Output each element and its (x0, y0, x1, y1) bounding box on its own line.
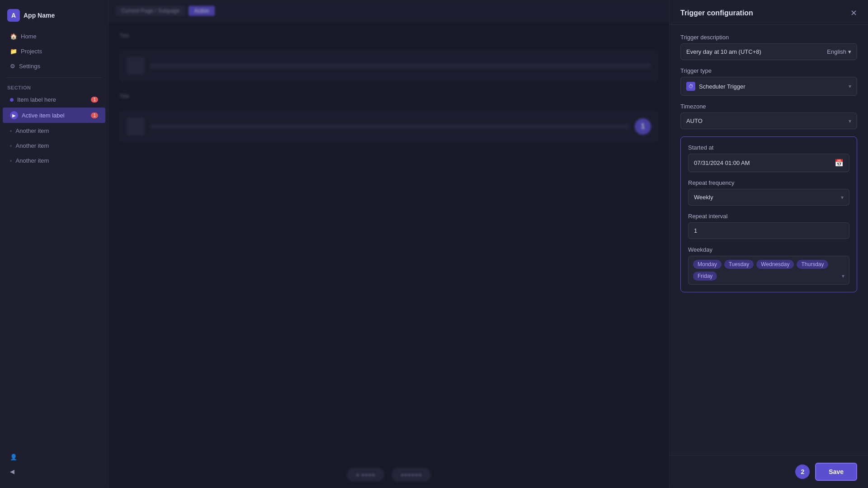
trigger-description-value: Every day at 10 am (UTC+8) (686, 48, 761, 55)
weekday-tag-friday: Friday (693, 272, 717, 281)
repeat-frequency-group: Repeat frequency Weekly ▾ (688, 179, 849, 206)
panel-header: Trigger configuration ✕ (670, 0, 868, 25)
timezone-chevron-icon: ▾ (849, 118, 851, 124)
repeat-interval-input[interactable] (688, 222, 849, 239)
bottom-pill-1[interactable]: ● ●●●● (347, 468, 384, 482)
home-icon: 🏠 (10, 33, 17, 40)
item-icon: ◦ (10, 127, 12, 134)
panel-title: Trigger configuration (680, 9, 753, 17)
save-button[interactable]: Save (815, 463, 857, 481)
sidebar-item-2[interactable]: ▶ Active item label 1 (3, 108, 105, 123)
timezone-group: Timezone AUTO ▾ (680, 103, 857, 129)
breadcrumb-btn[interactable]: Current Page / Subpage (116, 6, 185, 16)
sidebar-collapse[interactable]: ◀ (3, 465, 105, 479)
sidebar-bottom: 👤 ◀ (0, 446, 108, 483)
trigger-panel: Trigger configuration ✕ Trigger descript… (669, 0, 868, 488)
repeat-interval-group: Repeat interval (688, 213, 849, 239)
timezone-label: Timezone (680, 103, 857, 110)
sidebar-item-5[interactable]: ◦ Another item (3, 154, 105, 168)
sidebar-item-label: Another item (16, 142, 49, 149)
calendar-icon: 📅 (835, 159, 844, 167)
card-text-2 (150, 124, 629, 129)
started-at-group: Started at 07/31/2024 01:00 AM 📅 (688, 144, 849, 172)
panel-footer: 2 Save (670, 455, 868, 488)
sidebar-item-home[interactable]: 🏠 Home (3, 29, 105, 43)
weekday-group: Weekday Monday Tuesday Wednesday Thursda… (688, 246, 849, 285)
content-section-1: Title (119, 33, 658, 39)
sidebar-profile[interactable]: 👤 (3, 450, 105, 464)
repeat-frequency-chevron-icon: ▾ (841, 194, 844, 201)
sidebar-header: A App Name (0, 5, 108, 29)
trigger-type-value: Scheduler Trigger (699, 83, 745, 90)
sidebar-item-label: Active item label (22, 112, 65, 119)
trigger-description-group: Trigger description Every day at 10 am (… (680, 34, 857, 60)
sidebar-section-label: SECTION (0, 81, 108, 92)
started-at-section: Started at 07/31/2024 01:00 AM 📅 Repeat … (680, 136, 857, 292)
repeat-interval-field[interactable] (694, 227, 844, 234)
language-chevron-icon: ▾ (848, 48, 851, 55)
scheduler-icon: ⏱ (686, 82, 695, 91)
sidebar-item-1[interactable]: Item label here 1 (3, 93, 105, 107)
item-badge: 1 (91, 113, 98, 118)
step2-badge: 2 (795, 465, 810, 479)
weekday-tag-monday: Monday (693, 260, 722, 269)
trigger-type-label: Trigger type (680, 67, 857, 74)
content-card-2: 1 (119, 110, 658, 143)
repeat-frequency-select[interactable]: Weekly ▾ (688, 189, 849, 206)
app-name: App Name (24, 12, 55, 19)
collapse-icon: ◀ (10, 468, 14, 475)
language-value: English (827, 48, 846, 55)
started-at-input[interactable]: 07/31/2024 01:00 AM 📅 (688, 154, 849, 172)
item-icon: ◦ (10, 142, 12, 149)
step1-badge: 1 (635, 118, 651, 135)
section-label-1: Title (119, 33, 658, 39)
panel-body: Trigger description Every day at 10 am (… (670, 25, 868, 455)
weekday-select[interactable]: Monday Tuesday Wednesday Thursday Friday… (688, 256, 849, 285)
sidebar-item-4[interactable]: ◦ Another item (3, 139, 105, 153)
trigger-type-row: ⏱ Scheduler Trigger (686, 82, 745, 91)
repeat-interval-label: Repeat interval (688, 213, 849, 220)
sidebar-divider (5, 77, 103, 78)
sidebar-item-projects[interactable]: 📁 Projects (3, 44, 105, 58)
content-card-1 (119, 50, 658, 82)
card-text-1 (150, 63, 651, 69)
timezone-value: AUTO (686, 117, 703, 124)
item-dot (10, 98, 14, 102)
sidebar-item-label: Home (21, 33, 37, 40)
profile-icon: 👤 (10, 454, 17, 460)
sidebar-item-label: Another item (16, 127, 49, 134)
weekday-label: Weekday (688, 246, 849, 253)
trigger-description-input[interactable]: Every day at 10 am (UTC+8) English ▾ (680, 43, 857, 60)
item-icon: ◦ (10, 157, 12, 164)
content-section-2: Title (119, 93, 658, 99)
weekday-tag-tuesday: Tuesday (724, 260, 754, 269)
trigger-description-label: Trigger description (680, 34, 857, 41)
sidebar: A App Name 🏠 Home 📁 Projects ⚙ Settings … (0, 0, 108, 488)
item-icon-dot: ▶ (10, 111, 18, 119)
settings-icon: ⚙ (10, 63, 15, 70)
sidebar-item-3[interactable]: ◦ Another item (3, 124, 105, 138)
card-icon-2 (127, 117, 145, 136)
bottom-pill-2[interactable]: ●●●●●● (392, 468, 431, 482)
trigger-type-select[interactable]: ⏱ Scheduler Trigger ▾ (680, 77, 857, 96)
weekday-tag-thursday: Thursday (797, 260, 828, 269)
action-btn[interactable]: Action (189, 6, 214, 16)
bottom-bar: ● ●●●● ●●●●●● (108, 461, 669, 488)
sidebar-item-settings[interactable]: ⚙ Settings (3, 59, 105, 73)
projects-icon: 📁 (10, 48, 17, 55)
trigger-type-group: Trigger type ⏱ Scheduler Trigger ▾ (680, 67, 857, 96)
main-content: Title Title 1 (108, 22, 669, 461)
repeat-frequency-value: Weekly (694, 194, 713, 201)
app-logo: A (7, 9, 20, 22)
language-select[interactable]: English ▾ (827, 48, 851, 55)
repeat-frequency-label: Repeat frequency (688, 179, 849, 186)
timezone-select[interactable]: AUTO ▾ (680, 113, 857, 129)
section-label-2: Title (119, 93, 658, 99)
sidebar-item-label: Projects (21, 48, 42, 55)
sidebar-item-label: Item label here (17, 96, 56, 103)
card-icon-1 (127, 57, 145, 75)
close-button[interactable]: ✕ (850, 9, 857, 17)
started-at-value: 07/31/2024 01:00 AM (694, 160, 750, 166)
sidebar-item-label: Another item (16, 157, 49, 164)
main-toolbar: Current Page / Subpage Action (108, 0, 669, 22)
